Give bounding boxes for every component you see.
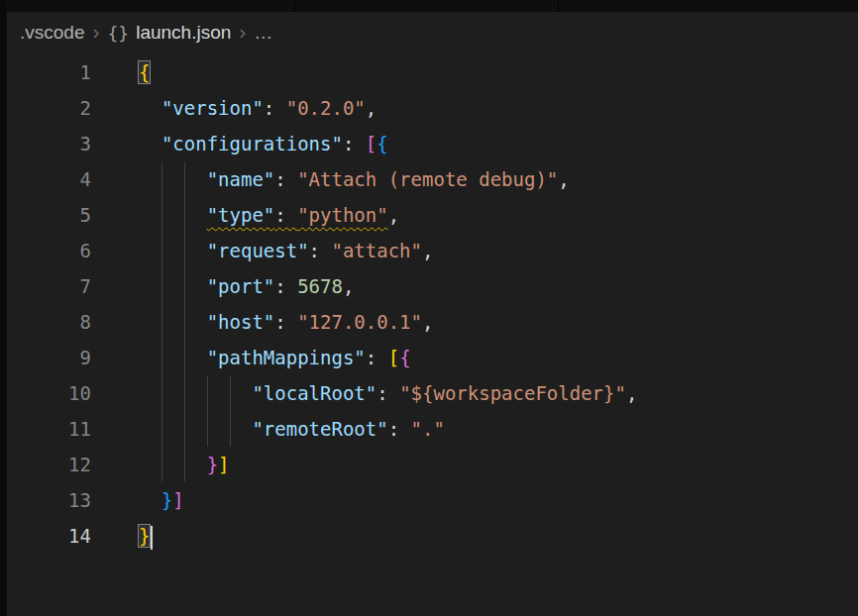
indent-whitespace (139, 454, 207, 475)
code-token: "127.0.0.1" (297, 311, 422, 333)
code-token: } (161, 489, 172, 511)
line-number-10[interactable]: 10 (7, 375, 91, 411)
code-token: : (274, 311, 297, 333)
line-number-1[interactable]: 1 (7, 54, 91, 90)
code-token: , (422, 311, 433, 333)
code-token: : (274, 275, 297, 297)
editor[interactable]: 1234567891011121314 { "version": "0.2.0"… (7, 54, 858, 616)
code-line-1[interactable]: { (139, 54, 858, 90)
code-token: , (343, 275, 354, 297)
code-token: "." (411, 418, 445, 440)
code-token: : (264, 97, 286, 119)
code-token: : (376, 382, 399, 404)
code-line-7[interactable]: "port": 5678, (139, 268, 858, 304)
breadcrumb-symbol-ellipsis[interactable]: … (254, 22, 272, 44)
line-number-2[interactable]: 2 (7, 90, 91, 126)
code-area[interactable]: { "version": "0.2.0", "configurations": … (139, 54, 858, 616)
code-token: [ (388, 347, 399, 368)
line-number-5[interactable]: 5 (7, 197, 91, 233)
breadcrumb: .vscode › {} launch.json › … (7, 12, 858, 53)
line-number-12[interactable]: 12 (7, 447, 91, 482)
code-token: [ (366, 133, 376, 154)
code-token: "pathMappings" (207, 347, 366, 368)
code-token: "host" (207, 311, 275, 333)
code-token: "remoteRoot" (252, 418, 387, 440)
code-token: "port" (207, 275, 275, 297)
code-token: : (274, 204, 297, 226)
line-number-13[interactable]: 13 (7, 482, 91, 518)
vscode-window: .vscode › {} launch.json › … 12345678910… (0, 0, 858, 616)
code-token: } (207, 454, 218, 475)
chevron-right-icon: › (231, 20, 254, 44)
code-token: "attach" (331, 240, 422, 261)
line-number-3[interactable]: 3 (7, 126, 91, 161)
code-token: , (388, 204, 399, 226)
indent-whitespace (139, 133, 161, 154)
line-number-6[interactable]: 6 (7, 233, 91, 268)
indent-whitespace (139, 347, 207, 368)
code-token: : (309, 240, 332, 261)
code-token: "0.2.0" (286, 97, 366, 119)
tab-bar-strip (0, 0, 858, 12)
line-number-7[interactable]: 7 (7, 268, 91, 304)
code-token: : (274, 168, 297, 190)
breadcrumb-file[interactable]: launch.json (136, 22, 231, 44)
warning-squiggle: "type": "python" (207, 204, 388, 226)
line-number-14[interactable]: 14 (7, 518, 91, 554)
code-token: "name" (207, 168, 275, 190)
indent-whitespace (139, 97, 161, 119)
line-number-gutter[interactable]: 1234567891011121314 (7, 54, 91, 554)
indent-whitespace (139, 240, 207, 261)
line-number-8[interactable]: 8 (7, 304, 91, 340)
indent-whitespace (139, 204, 207, 226)
matched-bracket: { (139, 61, 150, 83)
line-number-11[interactable]: 11 (7, 411, 91, 447)
breadcrumb-folder[interactable]: .vscode (20, 22, 84, 44)
code-line-8[interactable]: "host": "127.0.0.1", (139, 304, 858, 340)
code-token: { (399, 347, 410, 368)
code-token: "request" (207, 240, 309, 261)
indent-whitespace (139, 418, 252, 440)
chevron-right-icon: › (84, 20, 107, 44)
code-token: "configurations" (161, 133, 343, 154)
code-token: : (366, 347, 388, 368)
code-token: , (366, 97, 376, 119)
json-braces-icon: {} (107, 23, 129, 44)
code-token: : (388, 418, 411, 440)
code-line-6[interactable]: "request": "attach", (139, 233, 858, 268)
code-line-9[interactable]: "pathMappings": [{ (139, 340, 858, 375)
code-token: "python" (297, 204, 388, 226)
line-number-4[interactable]: 4 (7, 161, 91, 197)
line-number-9[interactable]: 9 (7, 340, 91, 375)
code-line-10[interactable]: "localRoot": "${workspaceFolder}", (139, 375, 858, 411)
code-line-11[interactable]: "remoteRoot": "." (139, 411, 858, 447)
code-token: , (422, 240, 433, 261)
indent-whitespace (139, 275, 207, 297)
code-token: ] (172, 489, 183, 511)
code-token: , (626, 382, 637, 404)
code-token: : (343, 133, 366, 154)
indent-whitespace (139, 382, 252, 404)
code-token: , (558, 168, 569, 190)
code-line-3[interactable]: "configurations": [{ (139, 126, 858, 161)
code-token: 5678 (297, 275, 343, 297)
indent-whitespace (139, 311, 207, 333)
code-line-14[interactable]: } (139, 518, 858, 554)
code-token: "${workspaceFolder}" (399, 382, 626, 404)
matched-bracket: } (139, 525, 150, 547)
code-line-13[interactable]: }] (139, 482, 858, 518)
code-token: { (376, 133, 387, 154)
code-token: "version" (161, 97, 264, 119)
indent-whitespace (139, 489, 161, 511)
tab-separator (294, 0, 295, 12)
code-line-12[interactable]: }] (139, 447, 858, 482)
code-line-5[interactable]: "type": "python", (139, 197, 858, 233)
code-line-4[interactable]: "name": "Attach (remote debug)", (139, 161, 858, 197)
code-token: "Attach (remote debug)" (297, 168, 558, 190)
code-token: "type" (207, 204, 275, 226)
code-token: "localRoot" (252, 382, 376, 404)
indent-whitespace (139, 168, 207, 190)
code-line-2[interactable]: "version": "0.2.0", (139, 90, 858, 126)
tab-separator (558, 0, 559, 12)
window-left-edge (0, 0, 7, 616)
